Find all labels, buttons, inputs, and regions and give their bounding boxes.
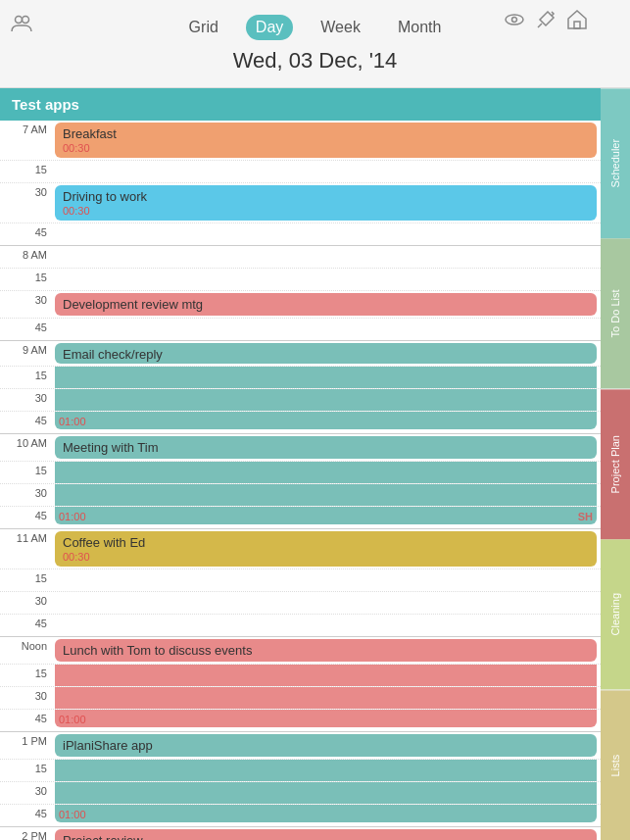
event-meeting-tim[interactable]: Meeting with Tim (55, 436, 597, 459)
event-title: Development review mtg (63, 297, 589, 312)
nav-tabs: Grid Day Week Month (179, 15, 452, 40)
slot-7am: Breakfast 00:30 (51, 121, 601, 160)
user-icon[interactable] (10, 12, 33, 39)
time-noon-30: 30 (0, 687, 51, 709)
sidebar-tab-todo[interactable]: To Do List (601, 238, 630, 388)
sidebar-tab-cleaning[interactable]: Cleaning (601, 539, 630, 689)
event-project-review[interactable]: Project review (55, 829, 597, 840)
slot-9am: Email check/reply (51, 341, 601, 366)
header-right-icons (503, 8, 589, 35)
time-10-30: 30 (0, 484, 51, 506)
time-8am: 8 AM (0, 246, 51, 268)
time-9-30: 30 (0, 389, 51, 411)
event-title: Coffee with Ed (63, 535, 589, 550)
event-duration: 00:30 (63, 142, 589, 154)
time-10-45: 45 (0, 507, 51, 528)
slot-8-30: Development review mtg (51, 291, 601, 318)
header-date: Wed, 03 Dec, '14 (233, 48, 398, 74)
time-7am: 7 AM (0, 121, 51, 160)
time-9am: 9 AM (0, 341, 51, 366)
time-7-15: 15 (0, 161, 51, 182)
time-1-45: 45 (0, 805, 51, 826)
time-1-15: 15 (0, 760, 51, 781)
time-11am: 11 AM (0, 529, 51, 568)
event-title: Email check/reply (63, 347, 589, 362)
time-8-45: 45 (0, 319, 51, 340)
time-9-45: 45 (0, 412, 51, 433)
tools-icon[interactable] (534, 8, 557, 35)
time-8-30: 30 (0, 291, 51, 318)
time-11-30: 30 (0, 592, 51, 614)
event-title: iPlaniShare app (63, 738, 589, 753)
time-grid: 7 AM Breakfast 00:30 15 30 Driving to wo… (0, 121, 601, 840)
time-noon-15: 15 (0, 665, 51, 686)
time-2pm: 2 PM (0, 827, 51, 840)
slot-noon: Lunch with Tom to discuss events (51, 637, 601, 664)
tab-month[interactable]: Month (388, 15, 451, 40)
tab-day[interactable]: Day (246, 15, 293, 40)
header: Grid Day Week Month Wed, 03 Dec, '14 (0, 0, 630, 88)
time-10-15: 15 (0, 462, 51, 483)
tab-grid[interactable]: Grid (179, 15, 228, 40)
tab-week[interactable]: Week (311, 15, 370, 40)
event-iplanishare[interactable]: iPlaniShare app (55, 734, 597, 757)
svg-point-1 (23, 17, 29, 24)
eye-icon[interactable] (503, 8, 526, 35)
svg-rect-4 (574, 22, 580, 28)
time-7-45: 45 (0, 223, 51, 245)
svg-point-0 (16, 17, 23, 24)
slot-1pm: iPlaniShare app (51, 732, 601, 759)
event-title: Lunch with Tom to discuss events (63, 643, 589, 658)
time-7-30: 30 (0, 183, 51, 222)
event-title: Breakfast (63, 126, 589, 141)
time-noon-45: 45 (0, 710, 51, 731)
event-duration: 00:30 (63, 205, 589, 217)
sidebar-tab-lists[interactable]: Lists (601, 690, 630, 840)
svg-point-2 (506, 15, 523, 25)
event-duration: 00:30 (63, 551, 589, 563)
svg-point-3 (512, 18, 517, 23)
right-sidebar: Scheduler To Do List Project Plan Cleani… (601, 88, 630, 840)
event-title: Meeting with Tim (63, 440, 589, 455)
event-lunch-tom[interactable]: Lunch with Tom to discuss events (55, 639, 597, 662)
event-title: Project review (63, 833, 589, 840)
time-11-45: 45 (0, 615, 51, 636)
sidebar-tab-project[interactable]: Project Plan (601, 389, 630, 539)
event-breakfast[interactable]: Breakfast 00:30 (55, 123, 597, 158)
time-1pm: 1 PM (0, 732, 51, 759)
event-driving[interactable]: Driving to work 00:30 (55, 185, 597, 221)
slot-10am: Meeting with Tim (51, 434, 601, 461)
time-9-15: 15 (0, 367, 51, 388)
slot-2pm: Project review (51, 827, 601, 840)
event-title: Driving to work (63, 189, 589, 204)
calendar-group-header: Test apps (0, 88, 601, 121)
main-content: Test apps 7 AM Breakfast 00:30 15 30 Dri… (0, 88, 601, 840)
time-1-30: 30 (0, 782, 51, 804)
home-icon[interactable] (565, 8, 589, 35)
event-coffee-ed[interactable]: Coffee with Ed 00:30 (55, 531, 597, 567)
slot-11am: Coffee with Ed 00:30 (51, 529, 601, 568)
time-10am: 10 AM (0, 434, 51, 461)
time-11-15: 15 (0, 569, 51, 591)
event-dev-review[interactable]: Development review mtg (55, 293, 597, 316)
sidebar-tab-scheduler[interactable]: Scheduler (601, 88, 630, 238)
event-email[interactable]: Email check/reply (55, 343, 597, 364)
time-noon: Noon (0, 637, 51, 664)
time-8-15: 15 (0, 269, 51, 290)
slot-7-30: Driving to work 00:30 (51, 183, 601, 222)
